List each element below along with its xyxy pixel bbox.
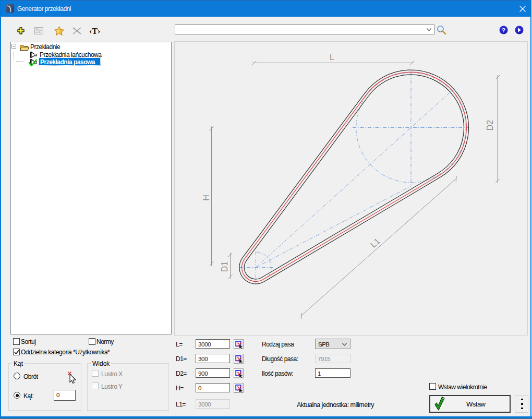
svg-text:H: H xyxy=(202,195,211,201)
svg-text:L: L xyxy=(330,53,334,62)
svg-text:L1: L1 xyxy=(369,236,382,249)
svg-text:D1: D1 xyxy=(220,261,229,272)
svg-text:?: ? xyxy=(502,27,505,33)
svg-text:D2: D2 xyxy=(486,120,494,131)
